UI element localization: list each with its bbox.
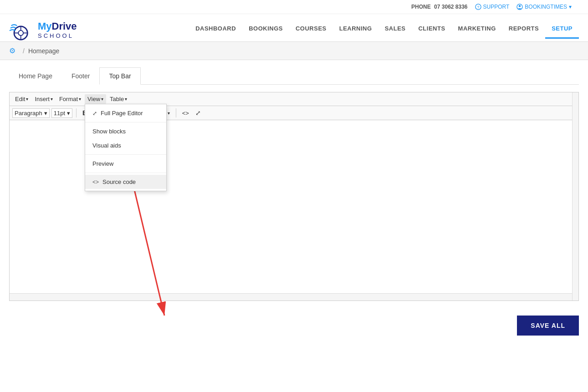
nav-courses[interactable]: COURSES: [289, 21, 333, 39]
view-menu-wrapper: View ▾ ⤢ Full Page Editor Show blocks Vi…: [85, 94, 106, 104]
svg-point-3: [519, 5, 521, 7]
breadcrumb-page: Homepage: [28, 47, 60, 55]
dropdown-divider-3: [85, 173, 166, 173]
user-circle-icon: [516, 4, 523, 10]
paragraph-caret: ▾: [44, 110, 47, 117]
logo[interactable]: MyDrive SCHOOL: [9, 19, 77, 41]
gear-icon[interactable]: ⚙: [9, 46, 15, 55]
svg-text:?: ?: [477, 5, 479, 10]
font-size-select[interactable]: 11pt ▾: [51, 108, 72, 118]
fullscreen-btn[interactable]: ⤢: [193, 108, 203, 118]
content-area: Home Page Footer Top Bar Edit ▾ Insert ▾…: [0, 60, 588, 308]
nav-sales[interactable]: SALES: [378, 21, 412, 39]
logo-drive: Drive: [52, 20, 77, 32]
top-bar: PHONE 07 3062 8336 ? SUPPORT BOOKINGTIME…: [0, 0, 588, 14]
source-code-icon: <>: [92, 179, 99, 185]
tabs-bar: Home Page Footer Top Bar: [9, 67, 579, 85]
phone-number: 07 3062 8336: [434, 4, 467, 10]
table-menu-btn[interactable]: Table ▾: [107, 94, 130, 104]
format-menu-btn[interactable]: Format ▾: [56, 94, 84, 104]
insert-caret: ▾: [51, 97, 53, 102]
source-code-btn[interactable]: <>: [180, 108, 191, 118]
bookingtimes-label: BOOKINGTIMES: [525, 4, 567, 10]
question-circle-icon: ?: [475, 4, 481, 10]
logo-my: My: [38, 20, 52, 32]
view-caret: ▾: [101, 97, 103, 102]
fontsize-caret: ▾: [67, 110, 70, 117]
nav-setup[interactable]: SETUP: [545, 21, 579, 39]
paragraph-select[interactable]: Paragraph ▾: [12, 108, 50, 118]
source-code-item[interactable]: <> Source code: [85, 175, 166, 189]
support-link[interactable]: ? SUPPORT: [475, 4, 510, 10]
breadcrumb-separator: /: [23, 47, 25, 55]
logo-school: SCHOOL: [38, 32, 77, 40]
view-menu-btn[interactable]: View ▾: [85, 94, 106, 104]
dropdown-caret: ▾: [569, 4, 572, 10]
editor-toolbar-row1: Edit ▾ Insert ▾ Format ▾ View ▾ ⤢: [10, 92, 578, 106]
toolbar-sep-1: [76, 108, 77, 117]
edit-menu-btn[interactable]: Edit ▾: [12, 94, 31, 104]
bookingtimes-link[interactable]: BOOKINGTIMES ▾: [516, 4, 572, 10]
nav-learning[interactable]: LEARNING: [333, 21, 378, 39]
editor-container: Edit ▾ Insert ▾ Format ▾ View ▾ ⤢: [9, 92, 579, 301]
fullpage-editor-item[interactable]: ⤢ Full Page Editor: [85, 106, 166, 120]
tab-home-page[interactable]: Home Page: [9, 67, 62, 85]
save-bar: SAVE ALL: [0, 308, 588, 343]
fullpage-icon: ⤢: [92, 110, 97, 117]
dropdown-divider-1: [85, 122, 166, 122]
insert-menu-btn[interactable]: Insert ▾: [32, 94, 56, 104]
editor-scrollbar[interactable]: [572, 92, 578, 300]
format-caret: ▾: [79, 97, 81, 102]
tab-top-bar[interactable]: Top Bar: [99, 67, 140, 85]
nav-clients[interactable]: CLIENTS: [412, 21, 451, 39]
edit-caret: ▾: [26, 97, 28, 102]
nav-bookings[interactable]: BOOKINGS: [242, 21, 289, 39]
preview-item[interactable]: Preview: [85, 157, 166, 171]
logo-text: MyDrive SCHOOL: [38, 20, 77, 40]
toolbar-sep-4: [176, 108, 176, 117]
show-blocks-item[interactable]: Show blocks: [85, 124, 166, 138]
tab-footer[interactable]: Footer: [62, 67, 99, 85]
logo-icon: [9, 19, 34, 41]
support-label: SUPPORT: [483, 4, 510, 10]
phone-label: PHONE: [411, 4, 431, 10]
bg-color-caret: ▾: [168, 111, 170, 116]
dropdown-divider-2: [85, 154, 166, 155]
nav-reports[interactable]: REPORTS: [502, 21, 545, 39]
nav-marketing[interactable]: MARKETING: [452, 21, 502, 39]
main-nav: DASHBOARD BOOKINGS COURSES LEARNING SALE…: [189, 21, 579, 39]
editor-resize-handle[interactable]: ⤡: [10, 293, 578, 300]
table-caret: ▾: [125, 97, 127, 102]
view-dropdown: ⤢ Full Page Editor Show blocks Visual ai…: [85, 104, 167, 191]
header: MyDrive SCHOOL DASHBOARD BOOKINGS COURSE…: [0, 14, 588, 42]
svg-point-5: [18, 31, 23, 36]
nav-dashboard[interactable]: DASHBOARD: [189, 21, 242, 39]
visual-aids-item[interactable]: Visual aids: [85, 138, 166, 153]
breadcrumb-bar: ⚙ / Homepage: [0, 42, 588, 60]
save-all-button[interactable]: SAVE ALL: [517, 316, 579, 336]
